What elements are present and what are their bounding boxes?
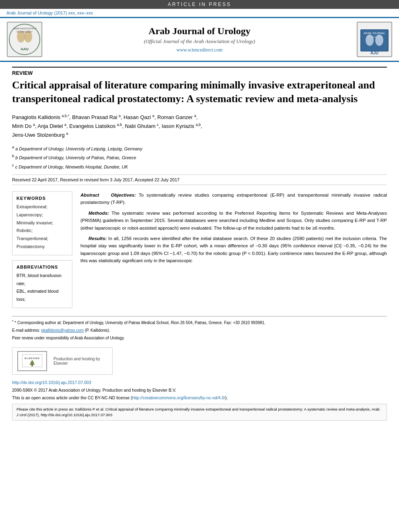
article-title: Critical appraisal of literature compari…	[12, 78, 387, 106]
svg-rect-21	[31, 365, 33, 366]
author-dietel-affil: a	[64, 123, 66, 127]
kw-minimally-invasive: Minimally invasive;	[16, 219, 68, 227]
logo-left: AAU ARAB ASSOCIATION OF UROLOGY	[6, 21, 43, 58]
author-ghulam-affil: c	[157, 123, 159, 127]
affiliation-c: c c Department of Urology, Ninewells Hos…	[12, 162, 387, 170]
methods-label: Methods:	[88, 211, 109, 216]
elsevier-logo-icon: ELSEVIER	[22, 354, 42, 367]
left-column: KEYWORDS Extraperitoneal; Laparoscopy; M…	[12, 191, 72, 308]
footnote-section: * * Corresponding author at: Department …	[12, 316, 387, 341]
authors: Panagiotis Kallidonis a,b,*, Bhavan Pras…	[12, 113, 387, 140]
author-kyriazis-affil: a,b	[195, 123, 201, 127]
elsevier-logo: ELSEVIER	[17, 351, 47, 371]
author-ganzer-affil: a	[194, 114, 196, 118]
author-kallidonis-affil: a,b,*	[62, 114, 70, 118]
keywords-box: KEYWORDS Extraperitoneal; Laparoscopy; M…	[12, 191, 72, 255]
author-rai: Bhavan Prasad Rai	[72, 114, 117, 120]
author-ghulam: Nabi Ghulam	[125, 123, 156, 129]
author-liatsikos-affil: a,b	[117, 123, 122, 127]
author-qazi: Hasan Qazi	[123, 114, 151, 120]
svg-text:ARAB ASSOCIATION: ARAB ASSOCIATION	[13, 27, 36, 30]
production-text: Production and hosting by Elsevier	[53, 357, 107, 366]
svg-text:ELSEVIER: ELSEVIER	[25, 357, 40, 359]
elsevier-footer: ELSEVIER Production and hosting by Elsev…	[12, 347, 113, 375]
author-ganzer: Roman Ganzer	[157, 114, 193, 120]
cite-box: Please cite this article in press as: Ka…	[12, 404, 387, 421]
peer-review-note: Peer review under responsibility of Arab…	[12, 335, 387, 341]
objectives-label: Objectives:	[111, 193, 136, 197]
author-stolzenburg: Jens-Uwe Stolzenburg	[12, 132, 65, 138]
author-kallidonis: Panagiotis Kallidonis	[12, 114, 60, 120]
abstract-section: Abstract Objectives: To systematically r…	[80, 191, 387, 265]
journal-website: www.sciencedirect.com	[47, 47, 352, 53]
abstract-objectives: Abstract Objectives: To systematically r…	[80, 191, 387, 206]
open-access-link[interactable]: http://creativecommons.org/licenses/by-n…	[132, 395, 225, 400]
abbreviations-box: ABBREVIATIONS BTR, blood transfusion rat…	[12, 260, 72, 308]
corresponding-author-note: * * Corresponding author at: Department …	[12, 319, 387, 326]
open-access-text: This is an open access article under the…	[12, 395, 387, 401]
kw-robotic: Robotic;	[16, 227, 68, 235]
kw-prostatectomy: Prostatectomy	[16, 243, 68, 251]
doi-link: http://dx.doi.org/10.1016/j.aju.2017.07.…	[12, 380, 387, 386]
results-label: Results:	[88, 236, 107, 241]
svg-rect-0	[6, 21, 43, 58]
doi-anchor[interactable]: http://dx.doi.org/10.1016/j.aju.2017.07.…	[12, 380, 91, 385]
abbrev-btr: BTR, blood transfusion rate;	[16, 272, 68, 288]
keywords-heading: KEYWORDS	[16, 196, 68, 201]
journal-title-center: Arab Journal of Urology (Official Journa…	[47, 26, 352, 53]
results-text: In all, 1256 records were identified aft…	[80, 236, 387, 263]
svg-text:OF UROLOGY: OF UROLOGY	[366, 36, 383, 38]
abbrev-ebl: EBL, estimated blood loss;	[16, 288, 68, 304]
abbreviations-list: BTR, blood transfusion rate; EBL, estima…	[16, 272, 68, 304]
email-link[interactable]: pkallidonis@yahoo.com	[41, 328, 84, 333]
affiliations: a a Department of Urology, University of…	[12, 144, 387, 170]
abstract-results: Results: In all, 1256 records were ident…	[80, 235, 387, 265]
svg-text:OF UROLOGY: OF UROLOGY	[16, 31, 33, 33]
section-type-label: REVIEW	[12, 67, 387, 76]
journal-subtitle: (Official Journal of the Arab Associatio…	[47, 38, 352, 45]
author-rai-affil: a	[119, 114, 121, 118]
aju-logo-icon: AJU ARAB JOURNAL OF UROLOGY	[356, 21, 393, 58]
affiliation-b: b b Department of Urology, University of…	[12, 153, 387, 161]
author-do-affil: a	[33, 123, 35, 127]
author-kyriazis: Iason Kyriazis	[162, 123, 194, 129]
author-qazi-affil: a	[152, 114, 154, 118]
author-do: Minh Do	[12, 123, 31, 129]
author-dietel: Anja Dietel	[38, 123, 63, 129]
bottom-links: http://dx.doi.org/10.1016/j.aju.2017.07.…	[0, 378, 399, 422]
abstract-methods: Methods: The systematic review was perfo…	[80, 210, 387, 232]
right-column: Abstract Objectives: To systematically r…	[80, 191, 387, 308]
journal-title: Arab Journal of Urology	[47, 26, 352, 37]
email-note: E-mail address: pkallidonis@yahoo.com (P…	[12, 327, 387, 333]
copyright-text: 2090-598X © 2017 Arab Association of Uro…	[12, 387, 387, 394]
affiliation-a: a a Department of Urology, University of…	[12, 144, 387, 152]
journal-header: AAU ARAB ASSOCIATION OF UROLOGY Arab Jou…	[0, 17, 399, 62]
abstract-label: Abstract	[80, 193, 99, 197]
journal-citation: Arab Journal of Urology (2017) xxx, xxx–…	[0, 9, 399, 17]
kw-extraperitoneal: Extraperitoneal;	[16, 203, 68, 211]
received-dates: Received 22 April 2017, Received in revi…	[12, 175, 387, 185]
author-stolzenburg-affil: a	[66, 131, 68, 136]
article-in-press-bar: ARTICLE IN PRESS	[0, 0, 399, 9]
abbreviations-heading: ABBREVIATIONS	[16, 265, 68, 269]
kw-laparoscopy: Laparoscopy;	[16, 211, 68, 219]
author-liatsikos: Evangelos Liatsikos	[69, 123, 115, 129]
article-body: REVIEW Critical appraisal of literature …	[0, 62, 399, 375]
aau-logo-icon: AAU ARAB ASSOCIATION OF UROLOGY	[6, 21, 43, 58]
svg-text:AJU: AJU	[370, 51, 378, 55]
kw-transperitoneal: Transperitoneal;	[16, 235, 68, 243]
logo-right: AJU ARAB JOURNAL OF UROLOGY	[356, 21, 393, 58]
two-column-section: KEYWORDS Extraperitoneal; Laparoscopy; M…	[12, 191, 387, 308]
keywords-list: Extraperitoneal; Laparoscopy; Minimally …	[16, 203, 68, 251]
methods-text: The systematic review was performed acco…	[80, 211, 387, 230]
svg-text:AAU: AAU	[21, 47, 29, 51]
svg-text:ARAB JOURNAL: ARAB JOURNAL	[364, 32, 385, 35]
